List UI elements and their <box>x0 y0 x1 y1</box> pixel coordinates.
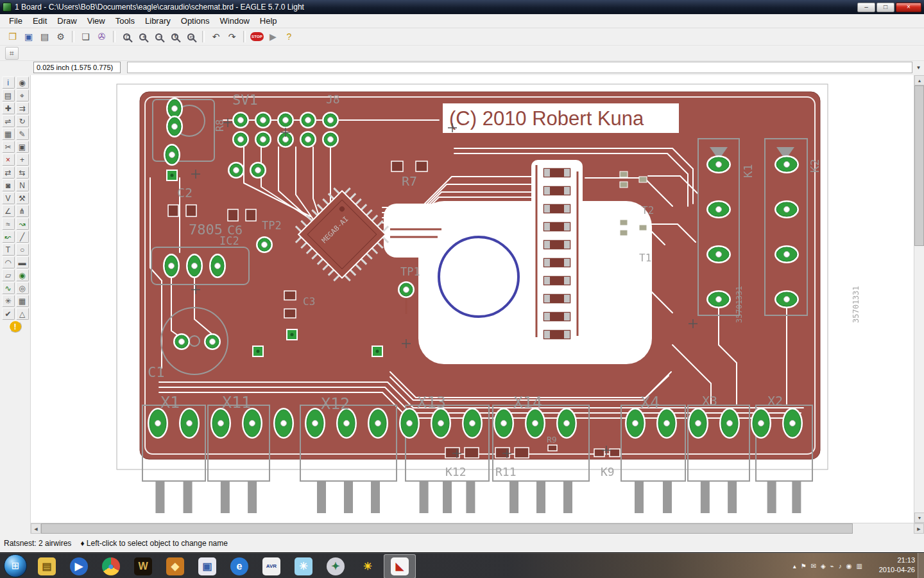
menu-draw[interactable]: Draw <box>52 15 81 27</box>
taskbar-media-player[interactable]: ▶ <box>63 554 95 578</box>
tray-icon-7[interactable]: ▥ <box>857 563 862 570</box>
tray-icon-3[interactable]: ◈ <box>821 563 826 570</box>
tool-mark[interactable]: ⌖ <box>16 89 29 101</box>
tool-show[interactable]: ◉ <box>16 76 29 89</box>
start-button[interactable]: ⊞ <box>4 554 27 577</box>
horizontal-scrollbar[interactable]: ◀ ▶ <box>31 523 924 534</box>
tool-rect[interactable]: ▬ <box>16 256 29 268</box>
tray-icon-4[interactable]: ⌁ <box>830 563 834 570</box>
zoom-select-icon[interactable]: ▭ <box>184 30 198 44</box>
taskbar-internet-explorer[interactable]: e <box>223 554 255 578</box>
tray-icon-1[interactable]: ⚑ <box>801 563 807 570</box>
tool-cut[interactable]: ✂ <box>2 141 15 153</box>
tool-replace[interactable]: ⇆ <box>16 166 29 179</box>
tool-mirror[interactable]: ⇌ <box>2 115 15 127</box>
redo-icon[interactable]: ↷ <box>225 30 239 44</box>
taskbar-eagle[interactable]: ◣ <box>384 554 416 578</box>
close-button[interactable]: × <box>896 3 921 12</box>
tool-polygon[interactable]: ▱ <box>2 269 15 281</box>
open-icon[interactable]: ❒ <box>5 30 20 44</box>
zoom-redraw-icon[interactable]: ↻ <box>167 30 182 44</box>
grid-button[interactable]: ⌗ <box>5 47 19 60</box>
tool-signal[interactable]: ∿ <box>2 282 15 294</box>
tool-arc[interactable]: ◠ <box>2 256 15 268</box>
tool-route[interactable]: ↝ <box>16 218 29 230</box>
tool-lock[interactable]: ◙ <box>2 179 15 191</box>
minimize-button[interactable]: – <box>857 3 875 12</box>
cam-processor-icon[interactable]: ⚙ <box>53 30 68 44</box>
save-icon[interactable]: ▣ <box>21 30 36 44</box>
help-icon[interactable]: ? <box>282 30 296 44</box>
tool-delete[interactable]: × <box>2 153 15 166</box>
vertical-scrollbar[interactable]: ▲ ▼ <box>914 75 924 523</box>
horizontal-scroll-thumb[interactable] <box>41 523 853 534</box>
taskbar-clock[interactable]: 21:13 2010-04-26 <box>879 556 915 575</box>
tool-move[interactable]: ✚ <box>2 102 15 114</box>
maximize-button[interactable]: □ <box>877 3 894 12</box>
tool-auto[interactable]: ▦ <box>16 295 29 307</box>
zoom-in-icon[interactable]: + <box>135 30 150 44</box>
scroll-right-arrow[interactable]: ▶ <box>914 523 924 534</box>
menu-options[interactable]: Options <box>176 15 215 27</box>
tool-info[interactable]: i <box>2 76 15 89</box>
stop-icon[interactable]: STOP <box>250 30 264 44</box>
run-ulp-icon[interactable]: ✇ <box>94 30 109 44</box>
tool-drc[interactable]: △ <box>16 308 29 320</box>
taskbar-documents-app[interactable]: ▣ <box>191 554 223 578</box>
taskbar-sun-app[interactable]: ☀ <box>352 554 384 578</box>
tray-icon-2[interactable]: ✉ <box>811 563 816 570</box>
tool-circle[interactable]: ○ <box>16 243 29 256</box>
tool-split[interactable]: ⋔ <box>16 205 29 217</box>
taskbar-frost-app[interactable]: ✳ <box>287 554 320 578</box>
taskbar-compass-app[interactable]: ✦ <box>320 554 352 578</box>
tool-display[interactable]: ▤ <box>2 89 15 101</box>
tool-ratsnest[interactable]: ✳ <box>2 295 15 307</box>
zoom-fit-icon[interactable]: ◻ <box>119 30 134 44</box>
editor-canvas[interactable]: (C) 2010 Robert Kuna SV1R8J8R7C27805C6TP… <box>31 75 914 523</box>
tool-wire[interactable]: ╱ <box>16 231 29 243</box>
scroll-left-arrow[interactable]: ◀ <box>31 523 41 534</box>
tool-hole[interactable]: ◎ <box>16 282 29 294</box>
tool-change[interactable]: ✎ <box>16 128 29 140</box>
menu-help[interactable]: Help <box>255 15 282 27</box>
tool-value[interactable]: V <box>2 192 15 204</box>
command-history-dropdown[interactable]: ▼ <box>914 62 923 73</box>
taskbar-game[interactable]: ◆ <box>159 554 191 578</box>
tool-rotate[interactable]: ↻ <box>16 115 29 127</box>
tool-optimize[interactable]: ≈ <box>2 218 15 230</box>
tool-group[interactable]: ▦ <box>2 128 15 140</box>
tool-copy[interactable]: ⇉ <box>16 102 29 114</box>
tool-name[interactable]: N <box>16 179 29 191</box>
scroll-up-arrow[interactable]: ▲ <box>914 75 924 85</box>
tray-icon-5[interactable]: ♪ <box>839 563 842 570</box>
tool-pinswap[interactable]: ⇄ <box>2 166 15 179</box>
menu-edit[interactable]: Edit <box>28 15 52 27</box>
tool-miter[interactable]: ∠ <box>2 205 15 217</box>
command-input[interactable] <box>127 62 912 73</box>
tray-icon-6[interactable]: ◉ <box>846 563 852 570</box>
tool-smash[interactable]: ⚒ <box>16 192 29 204</box>
tool-ripup[interactable]: ↜ <box>2 231 15 243</box>
tool-via[interactable]: ◉ <box>16 269 29 281</box>
menu-file[interactable]: File <box>4 15 28 27</box>
tool-erc[interactable]: ✔ <box>2 308 15 320</box>
undo-icon[interactable]: ↶ <box>209 30 223 44</box>
board-canvas[interactable]: (C) 2010 Robert Kuna SV1R8J8R7C27805C6TP… <box>31 75 914 523</box>
menu-library[interactable]: Library <box>140 15 176 27</box>
taskbar-explorer[interactable]: ▤ <box>31 554 63 578</box>
tool-add[interactable]: + <box>16 153 29 166</box>
menu-window[interactable]: Window <box>215 15 255 27</box>
tool-text[interactable]: T <box>2 243 15 256</box>
menu-tools[interactable]: Tools <box>110 15 140 27</box>
menu-view[interactable]: View <box>82 15 110 27</box>
taskbar-chrome[interactable]: ● <box>95 554 127 578</box>
zoom-out-icon[interactable]: − <box>151 30 166 44</box>
vertical-scroll-thumb[interactable] <box>914 85 924 246</box>
go-icon[interactable]: ▶ <box>266 30 280 44</box>
show-desktop-button[interactable] <box>918 553 924 578</box>
scroll-down-arrow[interactable]: ▼ <box>914 512 924 523</box>
taskbar-world-of-warcraft[interactable]: W <box>127 554 159 578</box>
print-icon[interactable]: ▤ <box>37 30 52 44</box>
load-file-icon[interactable]: ❏ <box>78 30 93 44</box>
tool-errors[interactable]: ! <box>9 320 22 333</box>
